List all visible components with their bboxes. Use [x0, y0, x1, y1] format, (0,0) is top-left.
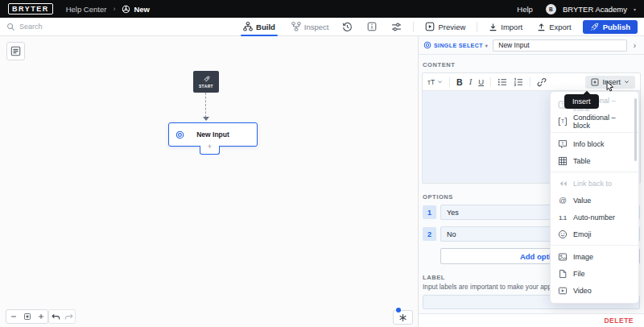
start-node-label: START: [199, 85, 213, 89]
menu-item-emoji[interactable]: Emoji: [551, 226, 638, 242]
undo-button[interactable]: [49, 310, 62, 323]
chevron-down-icon: [624, 79, 630, 85]
table-icon: [558, 156, 568, 166]
menu-item-auto-number[interactable]: 1.1 Auto-number: [551, 209, 638, 226]
breadcrumb[interactable]: Help Center: [66, 5, 107, 14]
toolbar-divider: [449, 77, 450, 87]
chevron-down-icon: ▾: [485, 43, 488, 48]
page-title: New: [134, 5, 150, 14]
collapse-panel-button[interactable]: ›: [632, 41, 638, 50]
menu-item-image[interactable]: Image: [551, 248, 638, 265]
menu-item-conditional-block[interactable]: T Conditional – block: [551, 113, 638, 130]
menu-item-video[interactable]: Video: [551, 282, 638, 299]
import-label: Import: [501, 23, 522, 31]
option-number-badge: 1: [423, 205, 436, 219]
new-input-node[interactable]: New Input: [168, 122, 258, 147]
node-settings-panel: SINGLE SELECT ▾ › CONTENT ᴛT B: [418, 36, 644, 327]
undo-redo-controls: [48, 309, 76, 324]
bryter-app: BRYTER Help Center › New Help B BRYTER A…: [0, 0, 644, 327]
build-icon: [243, 22, 253, 31]
zoom-controls: [6, 309, 48, 324]
menu-item-table[interactable]: Table: [551, 152, 638, 169]
tab-build[interactable]: Build: [241, 18, 278, 36]
svg-text:1.1: 1.1: [559, 214, 567, 220]
outline-toggle-button[interactable]: [6, 42, 25, 60]
font-size-button[interactable]: ᴛT: [427, 78, 443, 86]
insert-plus-icon: [591, 78, 599, 86]
svg-text:@: @: [559, 196, 567, 205]
account-caret-icon[interactable]: ▾: [634, 6, 636, 12]
assistant-button[interactable]: [393, 310, 413, 325]
search-box[interactable]: [6, 23, 119, 31]
menu-item-info-block[interactable]: Info block: [551, 135, 638, 152]
import-button[interactable]: Import: [485, 23, 526, 31]
insert-dropdown-menu: T Conditional – inline T Conditional – b…: [550, 91, 639, 304]
export-button[interactable]: Export: [534, 23, 574, 31]
help-link[interactable]: Help: [517, 5, 533, 14]
underline-button[interactable]: U: [478, 77, 484, 86]
toolbar-divider: [413, 22, 414, 32]
plus-icon: +: [208, 144, 212, 150]
file-icon: [558, 269, 568, 279]
menu-scrollbar[interactable]: [634, 98, 637, 161]
link-button[interactable]: [537, 77, 547, 87]
avatar[interactable]: B: [546, 4, 556, 14]
topbar: BRYTER Help Center › New Help B BRYTER A…: [0, 0, 644, 18]
tab-inspect-label: Inspect: [304, 23, 329, 31]
module-title: New: [122, 5, 150, 14]
rocket-icon: [590, 23, 599, 31]
menu-item-file[interactable]: File: [551, 265, 638, 282]
link-back-icon: [558, 179, 568, 188]
numbered-list-button[interactable]: [514, 77, 523, 87]
zoom-fit-button[interactable]: [20, 310, 34, 323]
view-tabs: Build Inspect: [241, 18, 331, 36]
module-icon: [122, 5, 130, 14]
content-section-label: CONTENT: [423, 61, 641, 68]
node-name-input[interactable]: [493, 39, 626, 52]
menu-divider: [551, 132, 638, 133]
single-select-icon: [423, 41, 431, 49]
option-number-badge: 2: [423, 227, 436, 241]
value-icon: @: [558, 196, 568, 205]
info-button[interactable]: [364, 22, 380, 31]
redo-button[interactable]: [62, 310, 75, 323]
flow-canvas[interactable]: START New Input +: [0, 36, 418, 327]
preview-label: Preview: [438, 23, 465, 31]
account-name[interactable]: BRYTER Academy: [563, 5, 627, 14]
app-toolbar: Build Inspect Preview: [0, 18, 644, 36]
tab-inspect[interactable]: Inspect: [289, 18, 332, 36]
conditional-block-icon: T: [558, 117, 568, 126]
italic-button[interactable]: I: [469, 77, 473, 86]
settings-sliders-button[interactable]: [388, 22, 405, 32]
bold-button[interactable]: B: [456, 77, 463, 87]
publish-button[interactable]: Publish: [583, 20, 638, 34]
delete-node-button[interactable]: DELETE: [604, 317, 634, 325]
mouse-cursor-icon: [606, 81, 616, 92]
zoom-out-button[interactable]: [6, 310, 20, 323]
preview-button[interactable]: Preview: [422, 22, 469, 31]
menu-item-value[interactable]: @ Value: [551, 192, 638, 209]
history-button[interactable]: [339, 22, 356, 32]
node-type-label: SINGLE SELECT: [434, 43, 483, 48]
asterisk-icon: [398, 313, 407, 322]
add-next-node-button[interactable]: +: [200, 146, 220, 155]
image-icon: [558, 252, 568, 262]
bryter-logo[interactable]: BRYTER: [8, 3, 53, 14]
flow-connector: [205, 93, 206, 118]
emoji-icon: [558, 230, 568, 239]
inspect-icon: [291, 22, 301, 31]
node-type-select[interactable]: SINGLE SELECT ▾: [423, 41, 488, 49]
menu-divider: [551, 245, 638, 246]
panel-header: SINGLE SELECT ▾ ›: [419, 36, 644, 55]
zoom-in-button[interactable]: [34, 310, 47, 323]
breadcrumb-separator: ›: [113, 5, 115, 13]
start-node[interactable]: START: [193, 71, 219, 93]
rocket-icon: [203, 76, 210, 83]
topbar-right: Help B BRYTER Academy ▾: [517, 4, 636, 14]
video-icon: [558, 286, 568, 296]
search-input[interactable]: [19, 23, 104, 31]
bullet-list-button[interactable]: [497, 77, 507, 87]
search-icon: [6, 23, 15, 31]
toolbar-divider: [477, 22, 477, 32]
info-block-icon: [558, 139, 568, 149]
